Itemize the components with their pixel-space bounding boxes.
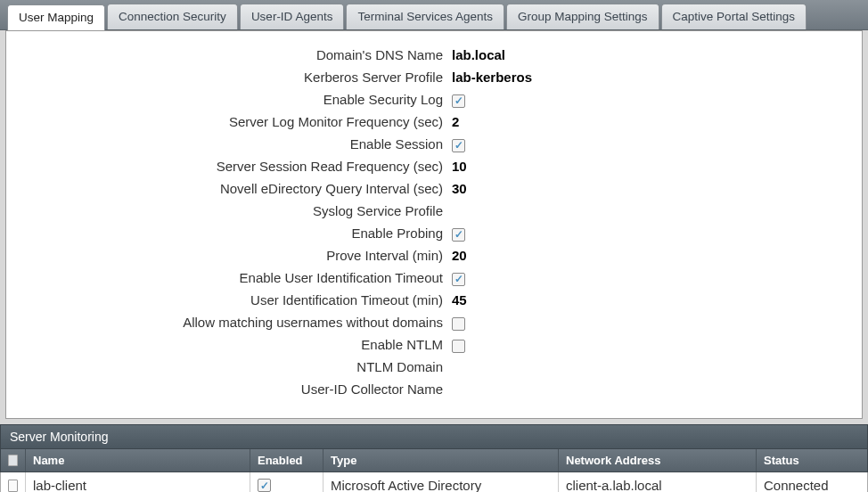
label-enable-ntlm: Enable NTLM bbox=[15, 335, 452, 355]
label-user-id-collector-name: User-ID Collector Name bbox=[15, 380, 452, 399]
row-syslog-service-profile: Syslog Service Profile bbox=[15, 201, 853, 221]
tab-captive-portal-settings[interactable]: Captive Portal Settings bbox=[661, 4, 807, 29]
value-domain-dns-name: lab.local bbox=[452, 45, 505, 65]
label-allow-matching-usernames: Allow matching usernames without domains bbox=[15, 313, 452, 332]
label-enable-security-log: Enable Security Log bbox=[15, 90, 452, 110]
label-novell-edir-interval: Novell eDirectory Query Interval (sec) bbox=[15, 179, 452, 199]
row-server-log-monitor-freq: Server Log Monitor Frequency (sec) 2 bbox=[15, 112, 853, 132]
user-mapping-panel: Domain's DNS Name lab.local Kerberos Ser… bbox=[5, 30, 863, 419]
header-enabled[interactable]: Enabled bbox=[250, 449, 323, 472]
row-user-id-timeout-min: User Identification Timeout (min) 45 bbox=[15, 291, 853, 310]
value-server-log-monitor-freq: 2 bbox=[452, 112, 459, 132]
header-status[interactable]: Status bbox=[757, 449, 867, 472]
label-prove-interval: Prove Interval (min) bbox=[15, 246, 452, 266]
value-novell-edir-interval: 30 bbox=[452, 179, 467, 199]
value-server-session-read-freq: 10 bbox=[452, 157, 467, 176]
row-allow-matching-usernames: Allow matching usernames without domains bbox=[15, 313, 853, 332]
row-enable-session: Enable Session bbox=[15, 135, 853, 154]
label-enable-user-id-timeout: Enable User Identification Timeout bbox=[15, 268, 452, 288]
checkbox-icon bbox=[8, 455, 18, 466]
server-monitoring-header: Server Monitoring bbox=[0, 424, 868, 449]
row-server-session-read-freq: Server Session Read Frequency (sec) 10 bbox=[15, 157, 853, 176]
tabs-bar: User Mapping Connection Security User-ID… bbox=[0, 0, 868, 30]
server-monitoring-table-header: Name Enabled Type Network Address Status bbox=[0, 449, 868, 472]
cell-enabled bbox=[250, 472, 323, 492]
cell-status: Connected bbox=[757, 472, 867, 492]
label-server-log-monitor-freq: Server Log Monitor Frequency (sec) bbox=[15, 112, 452, 132]
label-user-id-timeout-min: User Identification Timeout (min) bbox=[15, 291, 452, 310]
checkbox-enable-security-log[interactable] bbox=[452, 94, 465, 108]
value-kerberos-profile: lab-kerberos bbox=[452, 68, 532, 87]
cell-network-address: client-a.lab.local bbox=[559, 472, 757, 492]
label-enable-session: Enable Session bbox=[15, 135, 452, 154]
checkbox-enable-probing[interactable] bbox=[452, 228, 465, 242]
table-row[interactable]: lab-client Microsoft Active Directory cl… bbox=[0, 472, 868, 492]
header-name[interactable]: Name bbox=[26, 449, 250, 472]
checkbox-row-enabled[interactable] bbox=[258, 479, 271, 492]
header-type[interactable]: Type bbox=[323, 449, 559, 472]
label-server-session-read-freq: Server Session Read Frequency (sec) bbox=[15, 157, 452, 176]
checkbox-allow-matching-usernames[interactable] bbox=[452, 317, 465, 331]
label-enable-probing: Enable Probing bbox=[15, 224, 452, 243]
tab-terminal-services-agents[interactable]: Terminal Services Agents bbox=[346, 4, 504, 29]
header-select-all[interactable] bbox=[1, 449, 26, 472]
checkbox-enable-ntlm[interactable] bbox=[452, 340, 465, 353]
cell-name[interactable]: lab-client bbox=[26, 472, 250, 492]
row-ntlm-domain: NTLM Domain bbox=[15, 357, 853, 377]
label-ntlm-domain: NTLM Domain bbox=[15, 357, 452, 377]
value-user-id-timeout-min: 45 bbox=[452, 291, 467, 310]
row-select-checkbox[interactable] bbox=[1, 472, 26, 492]
tab-user-id-agents[interactable]: User-ID Agents bbox=[240, 4, 345, 29]
value-prove-interval: 20 bbox=[452, 246, 467, 266]
row-enable-security-log: Enable Security Log bbox=[15, 90, 853, 110]
row-domain-dns-name: Domain's DNS Name lab.local bbox=[15, 45, 853, 65]
tab-group-mapping-settings[interactable]: Group Mapping Settings bbox=[506, 4, 659, 29]
label-kerberos-profile: Kerberos Server Profile bbox=[15, 68, 452, 87]
checkbox-enable-session[interactable] bbox=[452, 139, 465, 152]
row-enable-ntlm: Enable NTLM bbox=[15, 335, 853, 355]
row-kerberos-profile: Kerberos Server Profile lab-kerberos bbox=[15, 68, 853, 87]
tab-user-mapping[interactable]: User Mapping bbox=[7, 4, 105, 30]
row-enable-probing: Enable Probing bbox=[15, 224, 853, 243]
label-syslog-service-profile: Syslog Service Profile bbox=[15, 201, 452, 221]
header-network-address[interactable]: Network Address bbox=[559, 449, 757, 472]
checkbox-enable-user-id-timeout[interactable] bbox=[452, 273, 465, 286]
row-user-id-collector-name: User-ID Collector Name bbox=[15, 380, 853, 399]
row-enable-user-id-timeout: Enable User Identification Timeout bbox=[15, 268, 853, 288]
row-prove-interval: Prove Interval (min) 20 bbox=[15, 246, 853, 266]
label-domain-dns-name: Domain's DNS Name bbox=[15, 45, 452, 65]
checkbox-icon bbox=[8, 480, 18, 492]
row-novell-edir-interval: Novell eDirectory Query Interval (sec) 3… bbox=[15, 179, 853, 199]
cell-type: Microsoft Active Directory bbox=[323, 472, 559, 492]
tab-connection-security[interactable]: Connection Security bbox=[107, 4, 238, 29]
